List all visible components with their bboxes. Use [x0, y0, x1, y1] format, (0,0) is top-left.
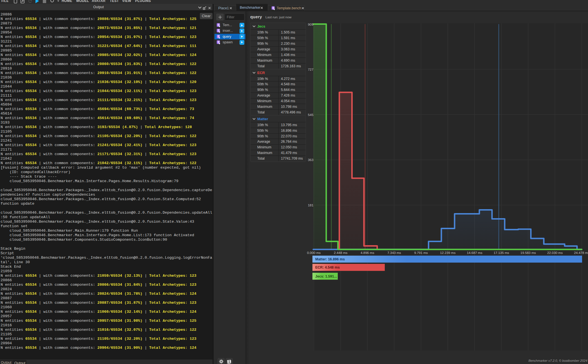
svg-text:22.030 ms: 22.030 ms — [547, 251, 563, 255]
svg-text:19.583 ms: 19.583 ms — [520, 251, 536, 255]
svg-text:Matter: 16.896 ms: Matter: 16.896 ms — [315, 257, 345, 261]
svg-text:909: 909 — [308, 23, 314, 26]
svg-text:24.478 ms: 24.478 ms — [574, 251, 588, 255]
svg-text:0.000 ms: 0.000 ms — [307, 251, 321, 255]
svg-text:727: 727 — [308, 68, 314, 72]
svg-text:181: 181 — [308, 203, 314, 207]
svg-text:ECR: 4.548 ms: ECR: 4.548 ms — [315, 265, 340, 269]
svg-text:9.791 ms: 9.791 ms — [414, 251, 428, 255]
svg-text:Jecs: 1.591...: Jecs: 1.591... — [315, 274, 337, 278]
svg-text:14.687 ms: 14.687 ms — [467, 251, 482, 255]
svg-text:2.448 ms: 2.448 ms — [334, 251, 348, 255]
svg-text:7.343 ms: 7.343 ms — [387, 251, 401, 255]
svg-text:363: 363 — [308, 158, 314, 162]
svg-text:12.239 ms: 12.239 ms — [440, 251, 455, 255]
svg-text:4.896 ms: 4.896 ms — [361, 251, 374, 255]
svg-text:545: 545 — [308, 113, 314, 117]
svg-text:17.135 ms: 17.135 ms — [494, 251, 509, 255]
